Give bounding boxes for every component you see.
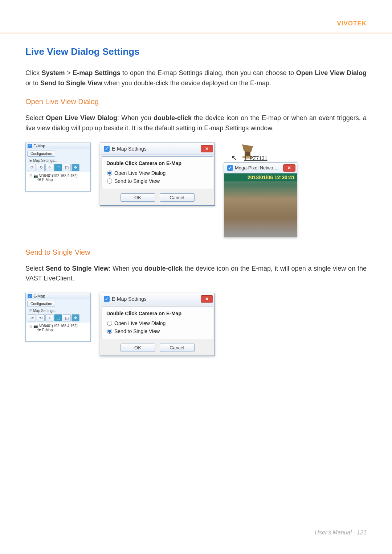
- radio-icon: [107, 321, 112, 326]
- app-icon: ✓: [104, 296, 110, 302]
- cancel-button[interactable]: Cancel: [160, 344, 195, 352]
- liveview-titlebar: ✓ Mega-Pixel Netwo... ✕: [224, 163, 297, 173]
- emap-pane: ✓ E-Map Configuration E-Map Settings... …: [25, 293, 91, 342]
- tool-icon-4[interactable]: ⬚: [54, 164, 62, 171]
- radio-open-liveview[interactable]: Open Live View Dialog: [106, 319, 208, 327]
- section2-paragraph: Select Send to Single View: When you dou…: [25, 264, 367, 284]
- video-timestamp: 2013/01/06 12:30:41: [224, 173, 297, 181]
- radio-label: Open Live View Dialog: [114, 170, 166, 176]
- page-footer: User's Manual - 121: [315, 529, 367, 536]
- dialog-title-text: E-Map Settings: [112, 146, 147, 152]
- emap-titlebar: ✓ E-Map: [26, 143, 90, 149]
- emap-title-text: E-Map: [33, 294, 45, 298]
- tool-icon-5[interactable]: ◫: [63, 314, 71, 321]
- page-title: Live View Dialog Settings: [25, 46, 367, 57]
- emap-toolbar: ⟳ ⟲ ✧ ⬚ ◫ ❖: [26, 313, 90, 323]
- emap-pane: ✓ E-Map Configuration E-Map Settings... …: [25, 143, 91, 192]
- section1-paragraph: Select Open Live View Dialog: When you d…: [25, 113, 367, 134]
- emap-settings-menu[interactable]: E-Map Settings...: [26, 158, 90, 163]
- radio-send-single[interactable]: Send to Single View: [106, 327, 208, 335]
- tool-icon-6[interactable]: ❖: [72, 314, 79, 321]
- check-icon: ✓: [28, 294, 32, 298]
- tool-icon-6[interactable]: ❖: [72, 164, 79, 171]
- emap-settings-dialog-2: ✓ E-Map Settings ✕ Double Click Camera o…: [100, 293, 215, 356]
- dialog-group-label: Double Click Camera on E-Map: [106, 311, 208, 316]
- radio-icon: [107, 329, 112, 334]
- close-icon[interactable]: ✕: [283, 164, 295, 172]
- emap-tree: ⊟ 📷 ND8401(192.168.4.152) 🗺 E-Map: [26, 323, 90, 341]
- ok-button[interactable]: OK: [121, 193, 155, 202]
- tool-icon-1[interactable]: ⟳: [28, 314, 36, 321]
- emap-toolbar: ⟳ ⟲ ✧ ⬚ ◫ ❖: [26, 163, 90, 172]
- dialog-titlebar: ✓ E-Map Settings ✕: [100, 293, 215, 305]
- section1-figure-row: ✓ E-Map Configuration E-Map Settings... …: [25, 143, 367, 237]
- radio-send-single[interactable]: Send to Single View: [106, 177, 208, 185]
- tree-root[interactable]: ⊟ 📷 ND8401(192.168.4.152): [28, 324, 88, 328]
- dialog-titlebar: ✓ E-Map Settings ✕: [100, 143, 215, 155]
- configuration-button[interactable]: Configuration: [27, 301, 55, 307]
- ok-button[interactable]: OK: [121, 344, 155, 352]
- section2-figure-row: ✓ E-Map Configuration E-Map Settings... …: [25, 293, 367, 356]
- tool-icon-2[interactable]: ⟲: [37, 314, 45, 321]
- liveview-title-text: Mega-Pixel Netwo...: [235, 165, 277, 171]
- section1-heading: Open Live View Dialog: [25, 98, 367, 106]
- tool-icon-3[interactable]: ✧: [45, 314, 53, 321]
- radio-open-liveview[interactable]: Open Live View Dialog: [106, 169, 208, 177]
- intro-paragraph: Click System > E-map Settings to open th…: [25, 68, 367, 89]
- close-icon[interactable]: ✕: [201, 145, 213, 152]
- tool-icon-5[interactable]: ◫: [63, 164, 71, 171]
- cancel-button[interactable]: Cancel: [160, 193, 195, 202]
- radio-icon: [107, 178, 112, 184]
- tool-icon-1[interactable]: ⟳: [28, 164, 36, 171]
- close-icon[interactable]: ✕: [201, 295, 213, 303]
- dialog-group-label: Double Click Camera on E-Map: [106, 160, 208, 166]
- dialog-title-text: E-Map Settings: [112, 296, 147, 302]
- radio-label: Send to Single View: [114, 328, 160, 334]
- liveview-video: 2013/01/06 12:30:41: [224, 173, 297, 237]
- section2-heading: Send to Single View: [25, 248, 367, 257]
- page-header: VIVOTEK: [0, 0, 392, 33]
- check-icon: ✓: [28, 144, 32, 148]
- emap-titlebar: ✓ E-Map: [26, 293, 90, 299]
- tool-icon-4[interactable]: ⬚: [54, 314, 62, 321]
- tree-child[interactable]: 🗺 E-Map: [28, 328, 88, 332]
- emap-tree: ⊟ 📷 ND8401(192.168.4.152) 🗺 E-Map: [26, 172, 90, 191]
- tree-root[interactable]: ⊟ 📷 ND8401(192.168.4.152): [28, 174, 88, 178]
- radio-label: Open Live View Dialog: [114, 320, 166, 326]
- tool-icon-3[interactable]: ✧: [45, 164, 53, 171]
- camera-label[interactable]: 1_PZ7131: [244, 155, 268, 161]
- app-icon: ✓: [227, 165, 233, 171]
- emap-settings-menu[interactable]: E-Map Settings...: [26, 308, 90, 313]
- dialog-body: Double Click Camera on E-Map Open Live V…: [102, 307, 213, 339]
- liveview-window: ✓ Mega-Pixel Netwo... ✕ 2013/01/06 12:30…: [224, 163, 297, 237]
- app-icon: ✓: [104, 146, 110, 152]
- cursor-icon: ↖: [231, 153, 237, 162]
- dialog-body: Double Click Camera on E-Map Open Live V…: [102, 156, 213, 189]
- emap-title-text: E-Map: [33, 144, 45, 148]
- configuration-button[interactable]: Configuration: [27, 151, 55, 157]
- brand-label: VIVOTEK: [337, 20, 367, 27]
- radio-label: Send to Single View: [114, 178, 160, 184]
- liveview-preview: ↖ 1_PZ7131 ✓ Mega-Pixel Netwo... ✕ 2013/…: [224, 143, 302, 237]
- svg-marker-2: [242, 144, 253, 152]
- emap-settings-dialog-1: ✓ E-Map Settings ✕ Double Click Camera o…: [100, 143, 215, 206]
- tool-icon-2[interactable]: ⟲: [37, 164, 45, 171]
- radio-icon: [107, 171, 112, 176]
- tree-child[interactable]: 🗺 E-Map: [28, 178, 88, 182]
